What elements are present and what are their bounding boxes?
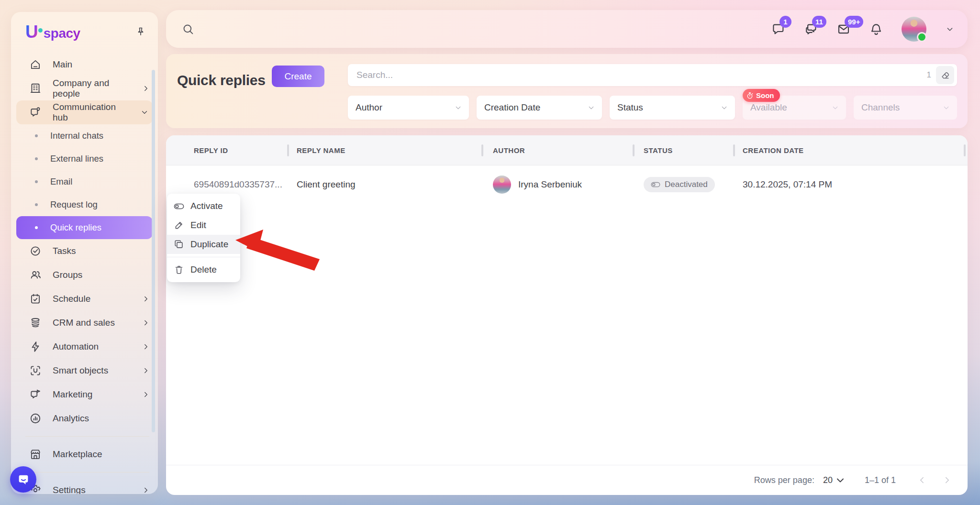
create-button[interactable]: Create (272, 66, 324, 87)
menu-item-delete[interactable]: Delete (167, 260, 240, 279)
next-page-button[interactable] (942, 475, 952, 485)
sidebar-item-tasks[interactable]: Tasks (11, 239, 158, 263)
pencil-icon (174, 220, 184, 231)
clear-filters-button[interactable] (936, 66, 954, 84)
author-avatar (493, 176, 511, 194)
sidebar-item-company-and-people[interactable]: Company and people (11, 77, 158, 100)
previous-page-button[interactable] (917, 475, 927, 485)
crm-icon (29, 317, 42, 329)
smart-objects-icon (29, 364, 42, 377)
pagination-bar: Rows per page: 20 1–1 of 1 (166, 465, 968, 495)
sidebar-divider (25, 436, 149, 437)
mail-button[interactable]: 99+ (836, 22, 851, 36)
search-icon[interactable] (181, 22, 195, 36)
column-divider (733, 144, 735, 156)
filter-author[interactable]: Author (348, 96, 469, 120)
page-title: Quick replies (177, 72, 266, 88)
tasks-icon (29, 245, 42, 257)
logo-text: spacy (44, 26, 80, 41)
sidebar-scrollbar[interactable] (152, 70, 155, 432)
bullet-icon (35, 203, 38, 206)
chevron-right-icon (142, 318, 150, 327)
toggle-icon (174, 203, 184, 210)
column-divider (287, 144, 289, 156)
chevron-right-icon (142, 295, 150, 303)
menu-item-activate[interactable]: Activate (167, 197, 240, 216)
sidebar-divider (25, 472, 149, 472)
rows-per-page-label: Rows per page: (754, 475, 814, 485)
filter-available: Soon Available (743, 96, 846, 120)
sidebar-item-request-log[interactable]: Request log (11, 193, 158, 216)
automation-icon (29, 340, 42, 353)
column-header-creation-date[interactable]: CREATION DATE (743, 146, 804, 154)
cell-reply-name: Client greeting (297, 179, 356, 190)
replies-search-input[interactable]: Search... 1 (348, 64, 957, 86)
menu-item-edit[interactable]: Edit (167, 216, 240, 235)
filter-creation-date[interactable]: Creation Date (477, 96, 602, 120)
topbar: 1 11 99+ (166, 10, 968, 48)
filter-status[interactable]: Status (610, 96, 735, 120)
sidebar-item-crm-and-sales[interactable]: CRM and sales (11, 311, 158, 335)
marketplace-icon (29, 448, 42, 461)
groups-icon (29, 269, 42, 281)
chevron-right-icon (142, 486, 150, 494)
chevron-right-icon (142, 390, 150, 399)
bullet-icon (35, 180, 38, 183)
rows-per-page-select[interactable]: 20 (823, 475, 844, 485)
copy-icon (174, 239, 184, 250)
chat-badge: 1 (780, 16, 791, 28)
building-icon (29, 82, 42, 95)
sidebar-item-quick-replies[interactable]: Quick replies (16, 216, 153, 239)
sidebar-item-groups[interactable]: Groups (11, 263, 158, 287)
notifications-button[interactable] (869, 22, 883, 36)
column-header-status[interactable]: STATUS (644, 146, 673, 154)
sidebar-item-marketing[interactable]: Marketing (11, 383, 158, 406)
group-chats-button[interactable]: 11 (804, 22, 818, 36)
author-name: Iryna Serbeniuk (518, 179, 582, 190)
sidebar-item-marketplace[interactable]: Marketplace (11, 442, 158, 466)
uspacy-logo[interactable]: U spacy (25, 22, 80, 42)
account-menu-chevron-icon[interactable] (945, 24, 955, 34)
soon-badge: Soon (743, 89, 780, 102)
menu-item-duplicate[interactable]: Duplicate (167, 235, 240, 254)
mail-badge: 99+ (845, 16, 863, 28)
sidebar-item-analytics[interactable]: Analytics (11, 406, 158, 430)
column-header-reply-id[interactable]: REPLY ID (194, 146, 228, 154)
logo-dot (38, 28, 43, 33)
sidebar-item-schedule[interactable]: Schedule (11, 287, 158, 311)
home-icon (29, 58, 42, 71)
chevron-right-icon (142, 342, 150, 351)
chat-button[interactable]: 1 (771, 22, 786, 36)
column-header-reply-name[interactable]: REPLY NAME (297, 146, 345, 154)
bullet-icon (35, 134, 38, 137)
pin-sidebar-icon[interactable] (135, 26, 146, 38)
sidebar-item-email[interactable]: Email (11, 170, 158, 193)
schedule-icon (29, 293, 42, 305)
sidebar-item-main[interactable]: Main (11, 53, 158, 77)
sidebar-item-smart-objects[interactable]: Smart objects (11, 359, 158, 383)
sidebar-item-external-lines[interactable]: External lines (11, 147, 158, 170)
annotation-arrow (234, 229, 322, 274)
column-divider (633, 144, 635, 156)
sidebar-item-internal-chats[interactable]: Internal chats (11, 124, 158, 147)
table-row[interactable]: 69540891d0335737... Client greeting Iryn… (166, 165, 968, 204)
group-chats-badge: 11 (812, 16, 826, 28)
status-badge: Deactivated (644, 177, 715, 192)
table-header-row: REPLY ID REPLY NAME AUTHOR STATUS CREATI… (166, 135, 968, 165)
sidebar-item-automation[interactable]: Automation (11, 335, 158, 359)
user-avatar[interactable] (902, 17, 926, 42)
analytics-icon (29, 412, 42, 425)
sidebar-item-communication-hub[interactable]: Communication hub (16, 100, 153, 124)
cell-creation-date: 30.12.2025, 07:14 PM (743, 179, 832, 190)
trash-icon (174, 264, 184, 275)
support-chat-icon (16, 472, 31, 487)
quick-replies-table: REPLY ID REPLY NAME AUTHOR STATUS CREATI… (166, 135, 968, 495)
support-chat-widget-button[interactable] (10, 466, 36, 493)
chevron-right-icon (142, 84, 150, 93)
column-divider (481, 144, 483, 156)
bullet-icon (35, 157, 38, 160)
search-filter-count: 1 (927, 70, 931, 80)
marketing-icon (29, 388, 42, 401)
cell-reply-id: 69540891d0335737... (194, 179, 282, 190)
column-header-author[interactable]: AUTHOR (493, 146, 525, 154)
